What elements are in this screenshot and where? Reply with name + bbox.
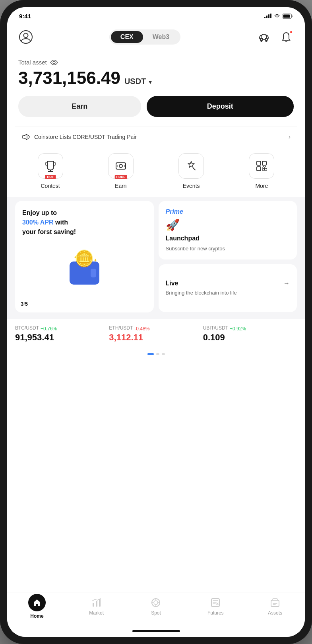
ticker-btc-header: BTC/USDT +0.76% xyxy=(15,325,109,332)
ticker-ubit-header: UBIT/USDT +0.92% xyxy=(203,325,297,332)
ticker-dot-2 xyxy=(156,353,159,355)
launchpad-card[interactable]: Prime 🚀 Launchpad Subscribe for new cryp… xyxy=(159,201,297,260)
futures-label: Futures xyxy=(207,610,224,616)
status-bar: 9:41 xyxy=(7,7,305,25)
cards-section: Enjoy up to 300% APR with your forst sav… xyxy=(7,201,305,319)
nav-market[interactable]: Market xyxy=(84,597,109,619)
page-indicator: 3/5 xyxy=(21,301,28,307)
notification-dot xyxy=(289,30,293,34)
home-label: Home xyxy=(30,613,43,619)
tab-switcher: CEX Web3 xyxy=(109,29,180,45)
status-icons xyxy=(264,14,293,19)
svg-rect-3 xyxy=(270,14,271,18)
market-ticker: BTC/USDT +0.76% 91,953.41 ETH/USDT -0.48… xyxy=(7,319,305,351)
header: CEX Web3 xyxy=(7,25,305,51)
nav-spot[interactable]: Spot xyxy=(143,597,169,619)
trophy-icon xyxy=(44,160,57,172)
contest-label: Contest xyxy=(41,183,60,189)
svg-point-14 xyxy=(116,166,118,167)
ticker-eth[interactable]: ETH/USDT -0.48% 3,112.11 xyxy=(109,325,203,343)
quick-link-more[interactable]: More xyxy=(248,153,275,189)
hodl-badge: HODL xyxy=(115,175,127,179)
asset-amount: 3,731,156.49 USDT ▼ xyxy=(18,68,294,88)
btc-price: 91,953.41 xyxy=(15,332,109,343)
ticker-btc[interactable]: BTC/USDT +0.76% 91,953.41 xyxy=(15,325,109,343)
phone-frame: 9:41 xyxy=(0,0,312,644)
nav-home[interactable]: Home xyxy=(24,597,50,619)
section-divider xyxy=(7,197,305,201)
action-buttons: Earn Deposit xyxy=(18,96,294,117)
earn-button[interactable]: Earn xyxy=(18,96,141,117)
ticker-eth-header: ETH/USDT -0.48% xyxy=(109,325,203,332)
megaphone-icon xyxy=(21,133,30,141)
deposit-button[interactable]: Deposit xyxy=(147,96,294,117)
prime-label: Prime xyxy=(166,208,290,215)
futures-icon xyxy=(210,597,221,608)
earn-icon-box: HODL xyxy=(108,153,134,179)
wifi-icon xyxy=(274,14,280,18)
assets-label: Assets xyxy=(268,610,282,616)
svg-rect-17 xyxy=(257,161,261,165)
svg-rect-0 xyxy=(264,17,265,18)
notification-button[interactable] xyxy=(279,29,294,45)
announcement-banner[interactable]: Coinstore Lists CORE/USDT Trading Pair › xyxy=(15,127,297,147)
btc-change: +0.76% xyxy=(41,326,57,332)
quick-links: HOT Contest HODL Earn xyxy=(7,147,305,197)
wallet-body-container: 🪙 xyxy=(70,262,99,285)
quick-link-events[interactable]: Events xyxy=(177,153,205,189)
svg-rect-23 xyxy=(99,599,101,607)
earn-title-part3: your forst saving! xyxy=(22,228,76,235)
ubit-price: 0.109 xyxy=(203,332,297,343)
right-cards-column: Prime 🚀 Launchpad Subscribe for new cryp… xyxy=(159,201,297,312)
contest-icon-box: HOT xyxy=(38,153,63,179)
svg-rect-2 xyxy=(268,14,269,18)
tab-cex[interactable]: CEX xyxy=(111,31,143,43)
live-title: Live xyxy=(166,280,178,287)
home-bar xyxy=(132,630,180,632)
earn-label: Earn xyxy=(115,183,127,189)
ticker-dot-1 xyxy=(147,353,154,355)
phone-screen: 9:41 xyxy=(7,7,305,637)
announcement-arrow-icon: › xyxy=(289,133,291,141)
eye-icon[interactable] xyxy=(50,60,58,65)
quick-link-contest[interactable]: HOT Contest xyxy=(37,153,64,189)
ubit-pair: UBIT/USDT xyxy=(203,325,228,331)
eth-pair: ETH/USDT xyxy=(109,325,133,331)
market-label: Market xyxy=(89,610,104,616)
svg-point-25 xyxy=(154,601,158,605)
support-button[interactable] xyxy=(256,29,271,45)
profile-button[interactable] xyxy=(18,29,33,45)
events-label: Events xyxy=(183,183,200,189)
quick-link-earn[interactable]: HODL Earn xyxy=(107,153,135,189)
tab-web3[interactable]: Web3 xyxy=(143,31,179,43)
more-label: More xyxy=(255,183,268,189)
ticker-dot-3 xyxy=(162,353,165,355)
market-icon-svg xyxy=(91,597,102,608)
battery-icon xyxy=(283,14,293,19)
live-card[interactable]: Live → Bringing the blockchain into life xyxy=(159,264,297,312)
announcement-left: Coinstore Lists CORE/USDT Trading Pair xyxy=(21,133,137,141)
live-arrow-icon: → xyxy=(283,280,290,287)
signal-icon xyxy=(264,14,271,18)
asset-section: Total asset 3,731,156.49 USDT ▼ Earn Dep… xyxy=(7,51,305,127)
home-indicator xyxy=(7,627,305,637)
bitcoin-coin: 🪙 xyxy=(74,250,94,266)
home-icon-circle xyxy=(28,594,46,611)
wallet-clasp xyxy=(91,269,96,277)
svg-point-7 xyxy=(24,33,28,38)
svg-rect-19 xyxy=(257,167,261,171)
asset-label-text: Total asset xyxy=(18,59,47,66)
ticker-ubit[interactable]: UBIT/USDT +0.92% 0.109 xyxy=(203,325,297,343)
nav-futures[interactable]: Futures xyxy=(203,597,228,619)
ticker-dots xyxy=(7,351,305,357)
earn-title-part1: Enjoy up to xyxy=(22,209,57,216)
support-icon xyxy=(258,31,270,43)
wallet-illustration: ✦ ✦ ✦ 🪙 xyxy=(22,245,147,285)
events-icon xyxy=(185,160,198,172)
nav-assets[interactable]: Assets xyxy=(262,597,288,619)
header-icons xyxy=(256,29,294,45)
live-header: Live → xyxy=(166,280,290,287)
svg-rect-18 xyxy=(262,161,266,165)
events-icon-box xyxy=(178,153,204,179)
earn-promo-card[interactable]: Enjoy up to 300% APR with your forst sav… xyxy=(15,201,154,312)
